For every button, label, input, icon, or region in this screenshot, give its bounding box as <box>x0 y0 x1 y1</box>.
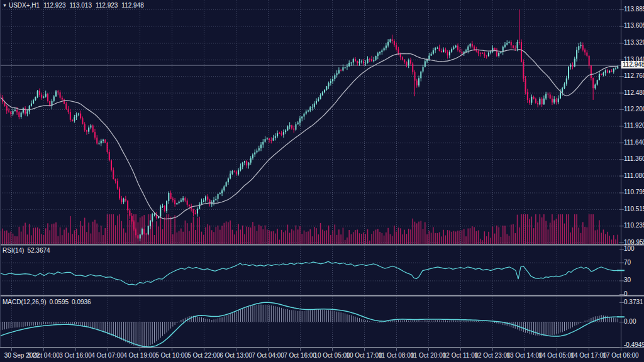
panel-borders <box>0 0 644 348</box>
trading-chart-window: ▼USDX+,H1112.923113.013112.923112.948 RS… <box>0 0 644 362</box>
ohlc-close: 112.948 <box>121 2 143 9</box>
macd-signal-value: 0.0936 <box>72 299 91 305</box>
ohlc-open: 112.923 <box>43 2 65 9</box>
price-tick-label: 112.200 <box>624 106 644 113</box>
rsi-indicator-label: RSI(14)52.3674 <box>3 247 50 254</box>
axis-ticks <box>12 10 625 351</box>
rsi-tick-label: 70 <box>624 259 631 266</box>
rsi-value: 52.3674 <box>27 247 50 254</box>
ohlc-low: 112.923 <box>96 2 118 9</box>
symbol-timeframe: USDX+,H1 <box>9 2 40 9</box>
price-tick-label: 111.920 <box>624 122 644 129</box>
price-tick-label: 110.235 <box>624 222 644 229</box>
rsi-tick-label: 0 <box>624 290 628 298</box>
price-tick-label: 111.080 <box>624 172 644 180</box>
time-tick-label: 17 Oct 06:00 <box>600 352 641 359</box>
macd-main-value: 0.0595 <box>49 299 69 305</box>
rsi-line <box>0 261 619 285</box>
rsi-tick-label: 30 <box>624 277 631 284</box>
price-tick-label: 112.480 <box>624 89 644 97</box>
symbol-info-bar: ▼USDX+,H1112.923113.013112.923112.948 <box>3 2 144 9</box>
price-tick-label: 113.885 <box>624 6 644 13</box>
rsi-tick-label: 100 <box>624 245 635 253</box>
chart-canvas[interactable] <box>0 0 644 362</box>
symbol-dropdown-icon[interactable]: ▼ <box>3 3 7 8</box>
rsi-name: RSI(14) <box>3 247 24 254</box>
price-tick-label: 113.320 <box>624 39 644 47</box>
price-tick-label: 111.640 <box>624 139 644 146</box>
current-price-tag: 112.948 <box>621 61 644 69</box>
macd-tick-label: 0.00 <box>624 318 636 326</box>
macd-indicator-label: MACD(12,26,9)0.05950.0936 <box>3 299 91 305</box>
grid <box>0 0 621 347</box>
time-axis[interactable]: 30 Sep 20223 Oct 04:003 Oct 16:004 Oct 0… <box>0 348 644 362</box>
candlestick-series <box>0 9 618 243</box>
volume-bars <box>0 214 618 244</box>
price-tick-label: 113.605 <box>624 22 644 30</box>
macd-name: MACD(12,26,9) <box>3 299 46 305</box>
price-tick-label: 111.360 <box>624 155 644 163</box>
macd-histogram <box>1 305 618 348</box>
price-tick-label: 110.795 <box>624 189 644 196</box>
price-tick-label: 110.515 <box>624 206 644 213</box>
macd-tick-label: 0.3731 <box>624 299 643 306</box>
ma-line <box>1 50 618 219</box>
ohlc-high: 113.013 <box>70 2 92 9</box>
price-tick-label: 112.760 <box>624 72 644 80</box>
